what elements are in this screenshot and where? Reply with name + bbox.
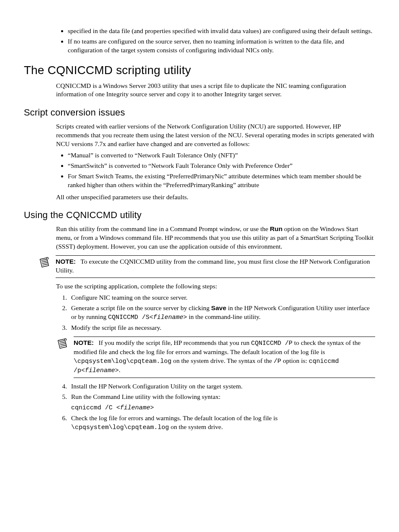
step-text: Run the Command Line utility with the fo…: [71, 393, 220, 400]
list-item: Modify the script file as necessary.: [69, 324, 375, 332]
note-icon: [56, 337, 69, 352]
code-placeholder: <filename>: [81, 367, 119, 374]
list-item: “SmartSwitch” is converted to “Network F…: [68, 162, 375, 170]
code-path: \cpqsystem\log\cpqteam.log: [71, 424, 169, 431]
list-item: specified in the data file (and properti…: [68, 27, 375, 36]
run-label: Run: [270, 225, 282, 232]
bullet-text: If no teams are configured on the source…: [68, 38, 344, 54]
note-block: NOTE: To execute the CQNICCMD utility fr…: [56, 255, 375, 278]
note-text: If you modify the script file, HP recomm…: [99, 339, 251, 346]
list-item: If no teams are configured on the source…: [68, 37, 375, 55]
list-item: Generate a script file on the source ser…: [69, 304, 375, 322]
step-text: in the command-line utility.: [187, 313, 261, 320]
code-placeholder: <filename>: [149, 314, 187, 321]
paragraph: CQNICCMD is a Windows Server 2003 utilit…: [56, 82, 375, 99]
bullet-text: “Manual” is converted to “Network Fault …: [68, 152, 238, 159]
note-icon: [38, 256, 51, 271]
code-path: \cpqsystem\log\cpqteam.log: [74, 358, 171, 365]
steps-list: Configure NIC teaming on the source serv…: [56, 293, 375, 332]
note-text: .: [119, 366, 120, 373]
step-text: Modify the script file as necessary.: [71, 324, 161, 331]
list-item: “Manual” is converted to “Network Fault …: [68, 151, 375, 160]
heading-using-cqniccmd: Using the CQNICCMD utility: [24, 209, 375, 221]
paragraph: All other unspecified parameters use the…: [56, 193, 375, 202]
step-text: Install the HP Network Configuration Uti…: [71, 383, 243, 390]
bullet-text: “SmartSwitch” is converted to “Network F…: [68, 162, 293, 169]
list-item: Check the log file for errors and warnin…: [69, 414, 375, 432]
save-label: Save: [211, 304, 226, 311]
bullet-text: For Smart Switch Teams, the existing “Pr…: [68, 172, 361, 188]
step-text: Check the log file for errors and warnin…: [71, 414, 278, 421]
code: CQNICCMD /P: [251, 340, 292, 347]
heading-script-conversion: Script conversion issues: [24, 106, 375, 119]
conversion-bullet-list: “Manual” is converted to “Network Fault …: [56, 151, 375, 190]
note-text: To execute the CQNICCMD utility from the…: [56, 258, 370, 274]
paragraph: Scripts created with earlier versions of…: [56, 122, 375, 149]
step-text: on the system drive.: [169, 423, 223, 430]
text: Run this utility from the command line i…: [56, 225, 270, 232]
code: cqniccmd /C: [71, 404, 116, 411]
heading-cqniccmd: The CQNICCMD scripting utility: [24, 62, 375, 78]
bullet-text: specified in the data file (and properti…: [68, 27, 372, 34]
note-block: NOTE: If you modify the script file, HP …: [74, 337, 375, 378]
code: CQNICCMD /S: [108, 314, 149, 321]
note-label: NOTE:: [56, 258, 76, 265]
code-placeholder: <filename>: [116, 404, 154, 411]
note-text: option is:: [281, 357, 309, 364]
intro-bullet-list: specified in the data file (and properti…: [56, 27, 375, 55]
note-text: on the system drive. The syntax of the: [171, 357, 274, 364]
list-item: For Smart Switch Teams, the existing “Pr…: [68, 172, 375, 190]
list-item: Run the Command Line utility with the fo…: [69, 393, 375, 412]
paragraph: To use the scripting application, comple…: [56, 282, 375, 291]
list-item: Install the HP Network Configuration Uti…: [69, 382, 375, 391]
step-text: Configure NIC teaming on the source serv…: [71, 294, 188, 301]
code: /P: [274, 358, 281, 365]
note-label: NOTE:: [74, 339, 94, 346]
step-text: Generate a script file on the source ser…: [71, 304, 211, 311]
steps-list-cont: Install the HP Network Configuration Uti…: [56, 382, 375, 432]
list-item: Configure NIC teaming on the source serv…: [69, 293, 375, 302]
paragraph: Run this utility from the command line i…: [56, 225, 375, 251]
